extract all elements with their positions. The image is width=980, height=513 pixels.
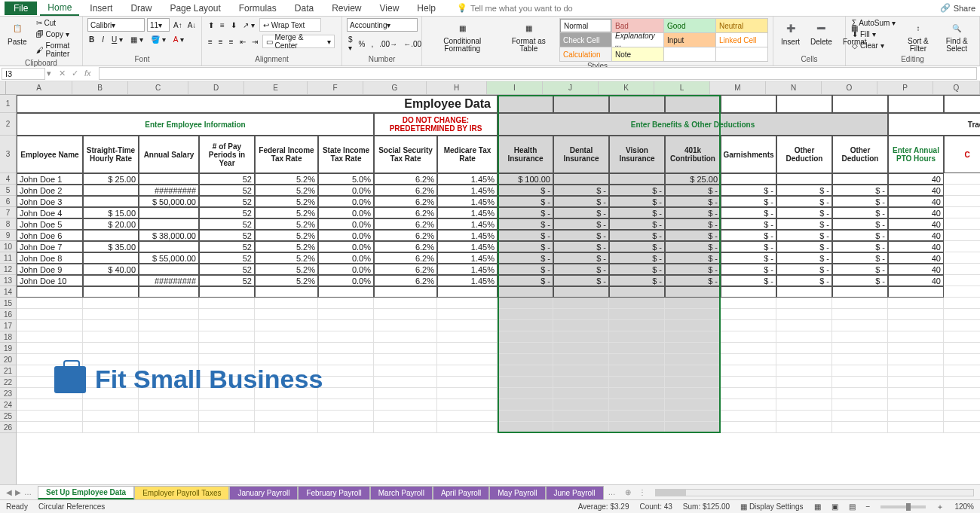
style-note[interactable]: Note xyxy=(612,47,663,61)
currency-button[interactable]: $ ▾ xyxy=(347,35,354,53)
zoom-in-button[interactable]: ＋ xyxy=(936,502,944,512)
group-editing: Σ AutoSum ▾ ⬇ Fill ▾ ◇ Clear ▾ ↕Sort & F… xyxy=(846,17,980,66)
enter-formula-icon[interactable]: ✓ xyxy=(72,69,78,78)
style-normal[interactable]: Normal xyxy=(560,19,611,32)
font-size-select[interactable]: 11 ▾ xyxy=(147,18,170,32)
style-neutral[interactable]: Neutral xyxy=(716,19,767,32)
display-settings-button[interactable]: ▦ Display Settings xyxy=(740,502,803,511)
decrease-decimal-button[interactable]: ←.00 xyxy=(402,35,423,53)
align-bottom-button[interactable]: ⬇ xyxy=(229,18,238,32)
border-button[interactable]: ▦ ▾ xyxy=(129,35,145,44)
share-button[interactable]: 🔗 Share xyxy=(940,3,975,13)
wrap-text-button[interactable]: ↩ Wrap Text xyxy=(259,18,321,32)
name-box-dropdown[interactable]: ▾ xyxy=(47,69,51,78)
select-all-cell[interactable] xyxy=(0,81,6,95)
tab-home[interactable]: Home xyxy=(40,1,79,16)
style-explanatory[interactable]: Explanatory ... xyxy=(612,33,663,47)
fill-button[interactable]: ⬇ Fill ▾ xyxy=(850,29,897,39)
align-center-button[interactable]: ≡ xyxy=(217,35,225,48)
style-bad[interactable]: Bad xyxy=(612,19,663,32)
tab-data[interactable]: Data xyxy=(287,2,321,15)
tab-view[interactable]: View xyxy=(372,2,407,15)
style-linked[interactable]: Linked Cell xyxy=(716,33,767,47)
tab-review[interactable]: Review xyxy=(324,2,369,15)
sheet-tab[interactable]: January Payroll xyxy=(229,486,298,499)
number-format-select[interactable]: Accounting ▾ xyxy=(347,18,418,32)
decrease-indent-button[interactable]: ⇤ xyxy=(238,35,247,48)
decrease-font-button[interactable]: A↓ xyxy=(186,18,198,32)
status-bar: Ready Circular References Average: $3.29… xyxy=(0,499,980,513)
zoom-level[interactable]: 120% xyxy=(954,502,974,511)
align-top-button[interactable]: ⬆ xyxy=(207,18,216,32)
group-clipboard: 📋 Paste ✂Cut 🗐Copy ▾ 🖌Format Painter Cli… xyxy=(0,17,83,66)
sort-filter-button[interactable]: ↕Sort & Filter xyxy=(902,18,934,54)
name-box[interactable]: I3 xyxy=(2,68,45,80)
sheet-tab[interactable]: June Payroll xyxy=(546,486,604,499)
row-headers[interactable]: 1234567891011121314151617181920212223242… xyxy=(0,95,17,487)
format-painter-button[interactable]: 🖌Format Painter xyxy=(35,41,78,59)
sheet-tab[interactable]: May Payroll xyxy=(489,486,545,499)
increase-decimal-button[interactable]: .00→ xyxy=(378,35,399,53)
style-input[interactable]: Input xyxy=(664,33,715,47)
cell-styles-gallery[interactable]: Normal Bad Good Neutral Check Cell Expla… xyxy=(559,18,768,62)
view-normal-button[interactable]: ▦ xyxy=(814,502,821,511)
zoom-out-button[interactable]: − xyxy=(866,502,871,511)
align-right-button[interactable]: ≡ xyxy=(228,35,235,48)
fill-color-button[interactable]: 🪣 ▾ xyxy=(149,35,167,44)
find-select-button[interactable]: 🔍Find & Select xyxy=(939,18,975,54)
clear-button[interactable]: ◇ Clear ▾ xyxy=(850,41,897,50)
underline-button[interactable]: U ▾ xyxy=(110,35,124,44)
merge-center-button[interactable]: ▭ Merge & Center ▾ xyxy=(262,35,335,48)
align-left-button[interactable]: ≡ xyxy=(207,35,214,48)
view-layout-button[interactable]: ▣ xyxy=(831,502,838,511)
column-headers[interactable]: ABCDEFGHIJKLMNOPQ xyxy=(6,81,980,95)
tab-page-layout[interactable]: Page Layout xyxy=(162,2,228,15)
copy-button[interactable]: 🗐Copy ▾ xyxy=(35,29,78,39)
font-color-button[interactable]: A ▾ xyxy=(172,35,186,44)
spreadsheet-grid[interactable]: 1234567891011121314151617181920212223242… xyxy=(0,95,980,487)
sheet-tab[interactable]: April Payroll xyxy=(433,486,489,499)
formula-input[interactable] xyxy=(99,67,977,80)
style-calculation[interactable]: Calculation xyxy=(560,47,611,61)
increase-indent-button[interactable]: ⇥ xyxy=(250,35,259,48)
view-pagebreak-button[interactable]: ▤ xyxy=(849,502,856,511)
style-good[interactable]: Good xyxy=(664,19,715,32)
fx-icon[interactable]: fx xyxy=(84,69,91,78)
tell-me[interactable]: 💡Tell me what you want to do xyxy=(457,3,573,13)
comma-button[interactable]: , xyxy=(369,35,375,53)
format-as-table-button[interactable]: ▦Format as Table xyxy=(503,18,555,54)
tab-file[interactable]: File xyxy=(5,2,37,15)
tab-draw[interactable]: Draw xyxy=(123,2,159,15)
sheet-more[interactable]: … xyxy=(24,488,32,496)
style-checkcell[interactable]: Check Cell xyxy=(560,33,611,47)
sheet-nav-next[interactable]: ▶ xyxy=(15,488,21,496)
paste-button[interactable]: 📋 Paste xyxy=(5,18,30,47)
sheet-overflow[interactable]: … xyxy=(604,488,620,496)
font-name-select[interactable]: Calibri ▾ xyxy=(87,18,145,32)
increase-font-button[interactable]: A↑ xyxy=(172,18,184,32)
sheet-tab[interactable]: Set Up Employee Data xyxy=(38,486,134,499)
cancel-formula-icon[interactable]: ✕ xyxy=(59,69,66,78)
group-label: Font xyxy=(87,55,197,64)
cut-button[interactable]: ✂Cut xyxy=(35,18,78,28)
conditional-formatting-button[interactable]: ▦Conditional Formatting xyxy=(427,18,498,54)
sheet-tab[interactable]: March Payroll xyxy=(370,486,433,499)
align-middle-button[interactable]: ≡ xyxy=(219,18,226,32)
delete-cells-button[interactable]: ➖Delete xyxy=(807,18,835,47)
insert-cells-button[interactable]: ➕Insert xyxy=(778,18,803,47)
italic-button[interactable]: I xyxy=(100,35,106,44)
ribbon: 📋 Paste ✂Cut 🗐Copy ▾ 🖌Format Painter Cli… xyxy=(0,17,980,66)
tab-help[interactable]: Help xyxy=(409,2,443,15)
sheet-tab[interactable]: Employer Payroll Taxes xyxy=(134,486,229,499)
orientation-button[interactable]: ↗ ▾ xyxy=(241,18,256,32)
new-sheet-button[interactable]: ⊕ xyxy=(620,488,635,496)
autosum-button[interactable]: Σ AutoSum ▾ xyxy=(850,18,897,28)
horizontal-scrollbar[interactable] xyxy=(655,489,974,496)
sheet-nav-prev[interactable]: ◀ xyxy=(6,488,12,496)
percent-button[interactable]: % xyxy=(357,35,367,53)
bold-button[interactable]: B xyxy=(87,35,96,44)
tab-insert[interactable]: Insert xyxy=(82,2,120,15)
sheet-tab[interactable]: February Payroll xyxy=(298,486,369,499)
tab-formulas[interactable]: Formulas xyxy=(231,2,284,15)
zoom-slider[interactable] xyxy=(880,505,926,508)
